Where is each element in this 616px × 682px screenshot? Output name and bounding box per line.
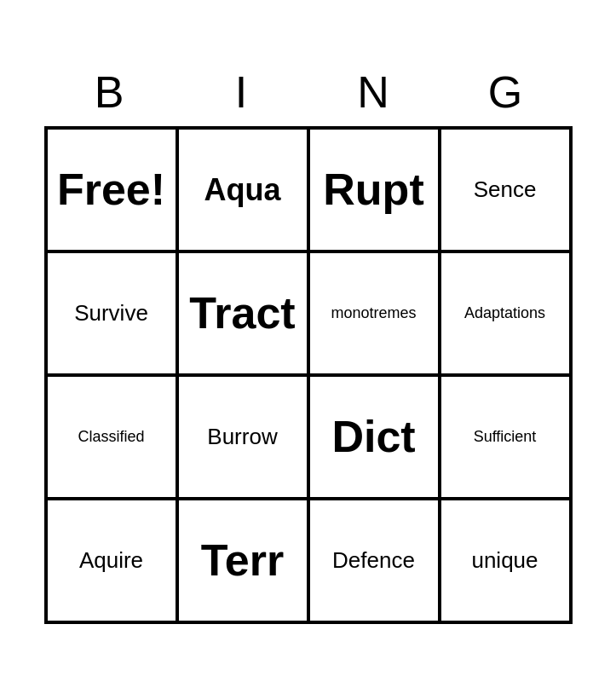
- cell-text-1-0: Survive: [74, 300, 148, 327]
- bingo-cell-0-1[interactable]: Aqua: [177, 128, 308, 251]
- bingo-cell-3-3[interactable]: unique: [440, 499, 571, 622]
- cell-text-3-2: Defence: [332, 547, 415, 574]
- cell-text-3-0: Aquire: [79, 547, 143, 574]
- cell-text-2-2: Dict: [331, 410, 415, 463]
- bingo-cell-0-3[interactable]: Sence: [440, 128, 571, 251]
- bingo-cell-3-1[interactable]: Terr: [177, 499, 308, 622]
- bingo-cell-1-1[interactable]: Tract: [177, 251, 308, 375]
- bingo-cell-2-1[interactable]: Burrow: [177, 375, 308, 499]
- bingo-grid: Free!AquaRuptSenceSurviveTractmonotremes…: [44, 126, 573, 624]
- cell-text-2-1: Burrow: [207, 424, 277, 450]
- cell-text-1-1: Tract: [189, 286, 295, 339]
- cell-text-0-3: Sence: [474, 176, 537, 203]
- header-letter-n: N: [308, 58, 440, 126]
- cell-text-0-2: Rupt: [323, 163, 423, 216]
- bingo-card: BING Free!AquaRuptSenceSurviveTractmonot…: [44, 58, 573, 624]
- cell-text-3-3: unique: [471, 547, 538, 574]
- bingo-cell-1-3[interactable]: Adaptations: [440, 251, 571, 375]
- bingo-header: BING: [44, 58, 573, 126]
- bingo-cell-2-3[interactable]: Sufficient: [440, 375, 571, 499]
- bingo-cell-0-0[interactable]: Free!: [46, 128, 177, 251]
- cell-text-2-3: Sufficient: [474, 428, 537, 447]
- bingo-cell-3-0[interactable]: Aquire: [46, 499, 177, 622]
- header-letter-g: G: [440, 58, 573, 126]
- bingo-cell-2-2[interactable]: Dict: [308, 375, 440, 499]
- bingo-cell-1-0[interactable]: Survive: [46, 251, 177, 375]
- cell-text-1-3: Adaptations: [464, 304, 545, 323]
- header-letter-b: B: [44, 58, 176, 126]
- cell-text-0-1: Aqua: [204, 171, 281, 208]
- cell-text-1-2: monotremes: [331, 304, 416, 323]
- bingo-cell-1-2[interactable]: monotremes: [308, 251, 440, 375]
- header-letter-i: I: [176, 58, 308, 126]
- cell-text-3-1: Terr: [201, 534, 284, 587]
- bingo-cell-0-2[interactable]: Rupt: [308, 128, 440, 251]
- bingo-cell-2-0[interactable]: Classified: [46, 375, 177, 499]
- bingo-cell-3-2[interactable]: Defence: [308, 499, 440, 622]
- cell-text-0-0: Free!: [57, 163, 165, 216]
- cell-text-2-0: Classified: [78, 428, 144, 447]
